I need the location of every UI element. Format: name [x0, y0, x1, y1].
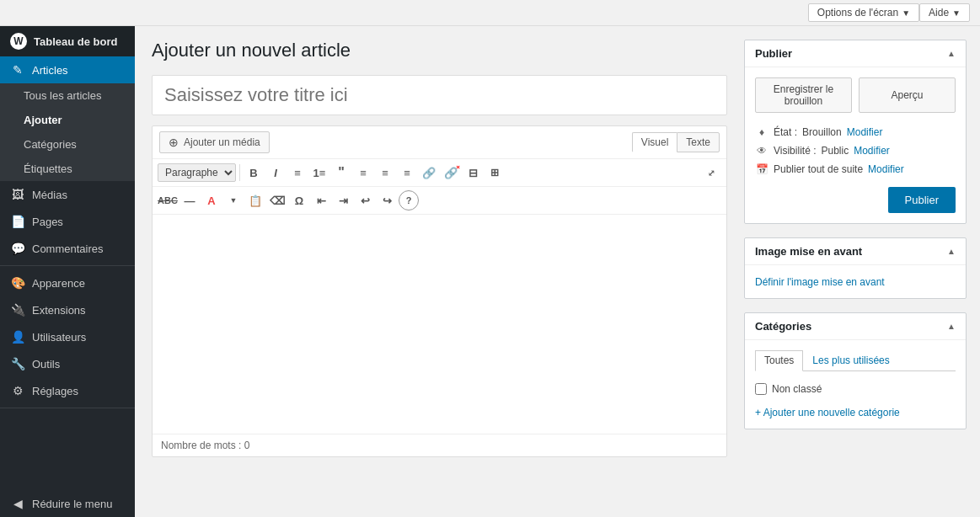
table-button[interactable]: ⊞ [485, 163, 505, 183]
view-text-button[interactable]: Texte [677, 132, 720, 152]
sidebar-item-commentaires-label: Commentaires [32, 243, 104, 255]
sidebar-item-apparence[interactable]: 🎨 Apparence [0, 269, 135, 296]
align-center-button[interactable]: ≡ [375, 163, 395, 183]
add-media-button[interactable]: ⊕ Ajouter un média [159, 131, 270, 153]
undo-button[interactable]: ↩ [355, 190, 375, 211]
sidebar-item-pages[interactable]: 📄 Pages [0, 208, 135, 235]
preview-button[interactable]: Aperçu [859, 77, 956, 113]
add-new-category-link[interactable]: + Ajouter une nouvelle catégorie [755, 407, 956, 418]
page-title: Ajouter un nouvel article [152, 40, 727, 61]
sidebar: W Tableau de bord ✎ Articles Tous les ar… [0, 26, 135, 517]
status-value: Brouillon [802, 126, 842, 138]
editor-body[interactable] [153, 215, 726, 434]
publish-actions: Enregistrer le brouillon Aperçu [755, 77, 956, 113]
article-title-input[interactable] [152, 75, 727, 115]
strikethrough-button[interactable]: ABC [158, 190, 178, 211]
publish-button[interactable]: Publier [888, 187, 956, 213]
utilisateurs-icon: 👤 [10, 330, 25, 344]
right-sidebar: Publier ▲ Enregistrer le brouillon Aperç… [744, 26, 980, 517]
sidebar-item-utilisateurs[interactable]: 👤 Utilisateurs [0, 323, 135, 350]
categories-tabs: Toutes Les plus utilisées [755, 350, 956, 371]
sidebar-item-reduce[interactable]: ◀ Réduire le menu [0, 490, 135, 517]
insert-button[interactable]: ⊟ [463, 163, 483, 183]
set-featured-image-link[interactable]: Définir l'image mise en avant [755, 276, 885, 288]
tab-all-categories[interactable]: Toutes [755, 350, 803, 371]
align-right-button[interactable]: ≡ [397, 163, 417, 183]
add-media-icon: ⊕ [169, 136, 179, 149]
unlink-button[interactable]: 🔗× [441, 163, 461, 183]
sidebar-item-pages-label: Pages [32, 216, 63, 228]
status-row: ♦ État : Brouillon Modifier [755, 123, 956, 141]
featured-image-header[interactable]: Image mise en avant ▲ [745, 238, 966, 265]
sidebar-item-medias[interactable]: 🖼 Médias [0, 181, 135, 208]
status-modify-link[interactable]: Modifier [847, 126, 883, 138]
featured-image-metabox: Image mise en avant ▲ Définir l'image mi… [744, 237, 967, 299]
text-color-button[interactable]: A [201, 190, 222, 211]
redo-button[interactable]: ↪ [377, 190, 397, 211]
categories-toggle-icon: ▲ [947, 322, 956, 331]
blockquote-button[interactable]: " [331, 163, 351, 183]
tinymce-toolbar-2: ABC — A ▼ 📋 ⌫ Ω ⇤ ⇥ ↩ ↪ ? [153, 187, 726, 215]
category-checkbox-non-classe[interactable] [755, 383, 767, 395]
sidebar-logo-label: Tableau de bord [34, 35, 117, 48]
main-area: Ajouter un nouvel article ⊕ Ajouter un m… [135, 26, 980, 517]
indent-button[interactable]: ⇥ [333, 190, 353, 211]
help-label: Aide [929, 7, 949, 19]
publish-time-row: 📅 Publier tout de suite Modifier [755, 160, 956, 179]
bold-button[interactable]: B [244, 163, 264, 183]
featured-image-toggle-icon: ▲ [947, 247, 956, 256]
visibility-modify-link[interactable]: Modifier [854, 145, 890, 157]
sidebar-item-etiquettes[interactable]: Étiquettes [0, 157, 135, 181]
publish-metabox-body: Enregistrer le brouillon Aperçu ♦ État :… [745, 67, 966, 223]
italic-button[interactable]: I [265, 163, 286, 183]
sidebar-item-commentaires[interactable]: 💬 Commentaires [0, 235, 135, 262]
expand-toolbar-button[interactable]: ⤢ [701, 163, 721, 183]
visibility-value: Public [821, 145, 849, 157]
special-char-button[interactable]: Ω [289, 190, 309, 211]
sidebar-item-extensions[interactable]: 🔌 Extensions [0, 296, 135, 323]
publish-metabox: Publier ▲ Enregistrer le brouillon Aperç… [744, 40, 967, 224]
category-item-non-classe: Non classé [755, 380, 956, 398]
hr-button[interactable]: — [179, 190, 200, 211]
view-visual-button[interactable]: Visuel [632, 132, 677, 152]
outdent-button[interactable]: ⇤ [311, 190, 331, 211]
sidebar-item-ajouter[interactable]: Ajouter [0, 108, 135, 132]
ul-button[interactable]: ≡ [287, 163, 308, 183]
sidebar-item-articles[interactable]: ✎ Articles [0, 56, 135, 83]
sidebar-item-categories[interactable]: Catégories [0, 132, 135, 157]
reduce-icon: ◀ [10, 497, 25, 510]
articles-icon: ✎ [10, 63, 25, 77]
featured-image-title: Image mise en avant [755, 245, 862, 258]
status-label: État : [774, 126, 797, 138]
publish-metabox-header[interactable]: Publier ▲ [745, 40, 966, 67]
publish-time-icon: 📅 [755, 163, 768, 175]
categories-header[interactable]: Catégories ▲ [745, 313, 966, 340]
sidebar-logo[interactable]: W Tableau de bord [0, 26, 135, 56]
tab-most-used-categories[interactable]: Les plus utilisées [803, 350, 898, 370]
featured-image-body: Définir l'image mise en avant [745, 265, 966, 298]
publish-title: Publier [755, 47, 792, 60]
sidebar-item-reglages[interactable]: ⚙ Réglages [0, 377, 135, 404]
align-left-button[interactable]: ≡ [353, 163, 373, 183]
sidebar-reduce-label: Réduire le menu [32, 498, 112, 510]
sidebar-item-medias-label: Médias [32, 189, 67, 201]
help-button[interactable]: Aide ▼ [919, 3, 970, 22]
ol-button[interactable]: 1≡ [309, 163, 329, 183]
screen-options-label: Options de l'écran [817, 7, 898, 19]
editor-wrapper: ⊕ Ajouter un média Visuel Texte Paragrap… [152, 125, 727, 457]
categories-body: Toutes Les plus utilisées Non classé + A… [745, 340, 966, 429]
help-toolbar-button[interactable]: ? [399, 190, 419, 211]
clear-format-button[interactable]: ⌫ [267, 190, 287, 211]
paste-text-button[interactable]: 📋 [245, 190, 265, 211]
text-color-dropdown[interactable]: ▼ [223, 190, 244, 211]
save-draft-button[interactable]: Enregistrer le brouillon [755, 77, 852, 113]
screen-options-button[interactable]: Options de l'écran ▼ [808, 3, 919, 22]
screen-options-arrow-icon: ▼ [902, 8, 910, 18]
sidebar-item-outils[interactable]: 🔧 Outils [0, 350, 135, 377]
publish-time-modify-link[interactable]: Modifier [868, 163, 904, 175]
link-button[interactable]: 🔗 [419, 163, 439, 183]
format-select[interactable]: Paragraphe [158, 163, 236, 182]
content-area: Ajouter un nouvel article ⊕ Ajouter un m… [135, 26, 744, 517]
sidebar-item-tous-articles[interactable]: Tous les articles [0, 83, 135, 108]
extensions-icon: 🔌 [10, 303, 25, 317]
